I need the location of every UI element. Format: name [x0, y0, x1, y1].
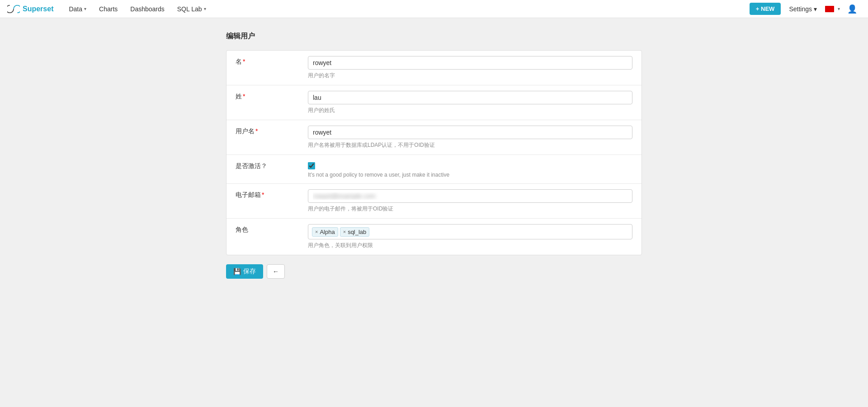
last-name-hint: 用户的姓氏	[308, 107, 632, 114]
first-name-label: 名 *	[226, 51, 299, 85]
email-required: *	[262, 191, 264, 198]
active-field: It's not a good policy to remove a user,…	[299, 155, 642, 183]
navbar: Superset Data ▾ Charts Dashboards SQL La…	[0, 0, 868, 18]
roles-row: 角色 × Alpha × sql_lab 用户角色，关联到用户权限	[226, 219, 642, 255]
page-title: 编辑用户	[226, 32, 642, 41]
form-actions: 💾 保存 ←	[226, 264, 642, 279]
back-button[interactable]: ←	[267, 264, 285, 279]
roles-tags-input[interactable]: × Alpha × sql_lab	[308, 224, 632, 239]
edit-user-form: 名 * 用户的名字 姓 * 用户的姓氏 用户名 *	[226, 50, 642, 255]
first-name-required: *	[243, 58, 245, 65]
nav-charts[interactable]: Charts	[93, 0, 124, 18]
settings-menu[interactable]: Settings ▾	[784, 0, 821, 18]
first-name-field: 用户的名字	[299, 51, 642, 85]
brand-name: Superset	[23, 5, 53, 13]
user-icon: 👤	[847, 4, 857, 14]
roles-hint: 用户角色，关联到用户权限	[308, 242, 632, 249]
first-name-hint: 用户的名字	[308, 72, 632, 80]
last-name-field: 用户的姓氏	[299, 85, 642, 120]
data-chevron-icon: ▾	[84, 6, 86, 11]
role-tag-sql-lab: × sql_lab	[340, 227, 370, 237]
remove-alpha-tag[interactable]: ×	[315, 229, 318, 234]
save-icon: 💾	[233, 268, 241, 275]
language-flag-icon[interactable]	[825, 6, 834, 12]
active-checkbox[interactable]	[308, 162, 315, 169]
nav-links: Data ▾ Charts Dashboards SQL Lab ▾	[62, 0, 749, 18]
username-row: 用户名 * 用户名将被用于数据库或LDAP认证，不用于OID验证	[226, 120, 642, 155]
page-content: 编辑用户 名 * 用户的名字 姓 * 用户的姓氏	[217, 18, 651, 292]
nav-dashboards[interactable]: Dashboards	[124, 0, 171, 18]
roles-label: 角色	[226, 219, 299, 255]
navbar-right: + NEW Settings ▾ ▾ 👤	[750, 0, 861, 18]
last-name-label: 姓 *	[226, 85, 299, 120]
username-input[interactable]	[308, 126, 632, 139]
sqllab-chevron-icon: ▾	[204, 6, 206, 11]
last-name-required: *	[243, 93, 245, 100]
email-field: 用户的电子邮件，将被用于OID验证	[299, 184, 642, 218]
save-button[interactable]: 💾 保存	[226, 264, 263, 279]
brand-logo-link[interactable]: Superset	[7, 5, 53, 13]
active-label: 是否激活？	[226, 155, 299, 183]
settings-chevron-icon: ▾	[814, 5, 817, 13]
active-checkbox-wrapper	[308, 162, 632, 169]
active-hint: It's not a good policy to remove a user,…	[308, 172, 632, 178]
new-button[interactable]: + NEW	[750, 3, 781, 15]
email-input[interactable]	[308, 189, 632, 203]
last-name-row: 姓 * 用户的姓氏	[226, 85, 642, 120]
nav-sqllab[interactable]: SQL Lab ▾	[171, 0, 212, 18]
username-label: 用户名 *	[226, 120, 299, 154]
username-required: *	[255, 127, 258, 135]
roles-field: × Alpha × sql_lab 用户角色，关联到用户权限	[299, 219, 642, 255]
flag-chevron-icon: ▾	[838, 6, 840, 11]
first-name-input[interactable]	[308, 56, 632, 70]
username-field: 用户名将被用于数据库或LDAP认证，不用于OID验证	[299, 120, 642, 154]
last-name-input[interactable]	[308, 91, 632, 104]
back-arrow-icon: ←	[273, 268, 279, 275]
active-row: 是否激活？ It's not a good policy to remove a…	[226, 155, 642, 184]
superset-logo-icon	[7, 5, 20, 13]
nav-data[interactable]: Data ▾	[62, 0, 93, 18]
remove-sql-lab-tag[interactable]: ×	[343, 229, 346, 234]
email-label: 电子邮箱 *	[226, 184, 299, 218]
email-row: 电子邮箱 * 用户的电子邮件，将被用于OID验证	[226, 184, 642, 219]
first-name-row: 名 * 用户的名字	[226, 51, 642, 85]
user-menu[interactable]: 👤	[844, 0, 861, 18]
username-hint: 用户名将被用于数据库或LDAP认证，不用于OID验证	[308, 141, 632, 149]
email-hint: 用户的电子邮件，将被用于OID验证	[308, 205, 632, 213]
role-tag-alpha: × Alpha	[312, 227, 338, 237]
